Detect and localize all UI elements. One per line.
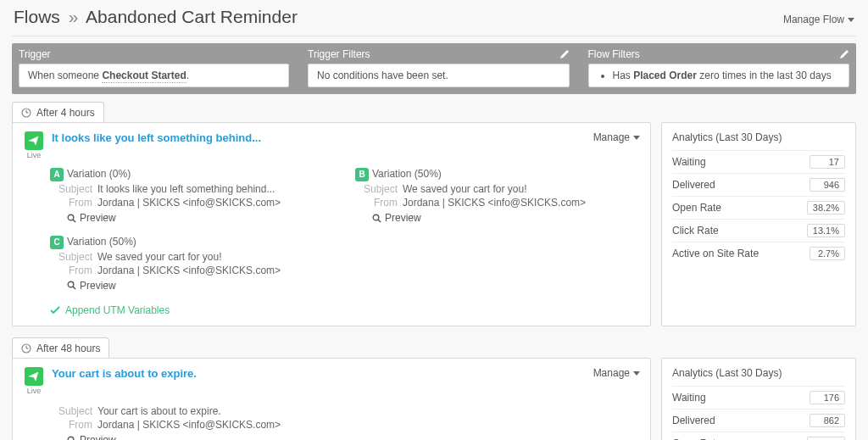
search-icon (67, 281, 76, 290)
variation-header: BVariation (50%) (355, 168, 635, 181)
breadcrumb-sep: » (65, 7, 82, 26)
analytics-label: Delivered (672, 415, 715, 426)
analytics-label: Open Rate (672, 202, 721, 214)
flow-filters-suffix: zero times in the last 30 days (697, 70, 832, 81)
from-value: Jordana | SKICKS <info@SKICKS.com> (97, 419, 281, 431)
flow-step: After 48 hours Live Your cart is about t… (12, 337, 856, 440)
analytics-card: Analytics (Last 30 Days) Waiting176Deliv… (661, 358, 856, 440)
preview-link[interactable]: Preview (67, 212, 116, 224)
svg-line-10 (73, 287, 75, 289)
svg-point-15 (68, 437, 74, 440)
analytics-value: 13.1% (807, 224, 845, 237)
preview-link[interactable]: Preview (372, 212, 421, 224)
subject-value: Your cart is about to expire. (97, 405, 221, 417)
caret-down-icon (633, 136, 640, 140)
from-value: Jordana | SKICKS <info@SKICKS.com> (97, 265, 281, 276)
flow-filters-event: Placed Order (633, 70, 697, 81)
delay-label: After 4 hours (36, 107, 95, 119)
breadcrumb-root[interactable]: Flows (14, 7, 60, 26)
variation: BVariation (50%) SubjectWe saved your ca… (355, 168, 635, 226)
from-label: From (50, 419, 92, 431)
from-value: Jordana | SKICKS <info@SKICKS.com> (403, 197, 586, 209)
search-icon (372, 214, 381, 223)
analytics-value: 946 (810, 178, 845, 192)
variation-badge: B (355, 168, 369, 181)
svg-marker-0 (848, 18, 854, 22)
analytics-label: Waiting (672, 156, 706, 168)
caret-down-icon (848, 18, 854, 22)
analytics-value: 38.2% (807, 201, 845, 214)
analytics-title: Analytics (Last 30 Days) (672, 367, 845, 379)
flow-filters-prefix: Has (613, 70, 634, 81)
subject-label: Subject (50, 183, 92, 195)
paper-plane-icon (25, 367, 43, 386)
check-icon (50, 306, 60, 315)
variations-container: AVariation (0%) SubjectIt looks like you… (50, 168, 640, 303)
analytics-row: Waiting176 (672, 386, 845, 409)
search-icon (67, 214, 76, 223)
clock-icon (21, 108, 31, 118)
email-card: Live Your cart is about to expire. Manag… (12, 358, 651, 440)
variation-header: AVariation (0%) (50, 168, 330, 181)
live-badge: Live (23, 367, 45, 395)
trigger-box[interactable]: When someone Checkout Started. (19, 64, 289, 87)
trigger-event: Checkout Started (102, 70, 186, 83)
trigger-label: Trigger (19, 48, 51, 60)
caret-down-icon (633, 371, 640, 376)
analytics-row: Delivered862 (672, 409, 845, 432)
flow-filters-box[interactable]: Has Placed Order zero times in the last … (588, 64, 850, 87)
analytics-row: Open Rate38.2% (672, 196, 845, 219)
preview-link[interactable]: Preview (67, 434, 116, 440)
variations-container: SubjectYour cart is about to expire. Fro… (50, 404, 640, 440)
page-title: Abandoned Cart Reminder (86, 7, 298, 26)
pencil-icon[interactable] (559, 49, 570, 59)
svg-point-9 (68, 281, 74, 287)
trigger-filters-text: No conditions have been set. (317, 70, 448, 81)
analytics-card: Analytics (Last 30 Days) Waiting17Delive… (661, 122, 856, 326)
analytics-row: Open Rate31.4% (672, 432, 845, 440)
analytics-title: Analytics (Last 30 Days) (672, 131, 845, 143)
svg-line-6 (73, 220, 75, 222)
from-label: From (355, 197, 398, 209)
paper-plane-icon (25, 131, 43, 150)
trigger-filters-column: Trigger Filters No conditions have been … (301, 43, 576, 94)
page-header: Flows » Abandoned Cart Reminder Manage F… (12, 7, 856, 36)
svg-marker-14 (633, 371, 640, 376)
flow-filters-column: Flow Filters Has Placed Order zero times… (581, 43, 857, 94)
append-utm: Append UTM Variables (50, 304, 170, 316)
analytics-label: Active on Site Rate (672, 248, 759, 259)
analytics-label: Delivered (672, 179, 715, 191)
subject-label: Subject (355, 183, 398, 195)
from-label: From (50, 197, 92, 209)
analytics-row: Click Rate13.1% (672, 219, 845, 242)
analytics-row: Waiting17 (672, 150, 845, 173)
delay-tab[interactable]: After 48 hours (12, 337, 109, 359)
variation-badge: A (50, 168, 64, 181)
trigger-bar: Trigger When someone Checkout Started. T… (12, 43, 856, 94)
email-title-link[interactable]: Your cart is about to expire. (52, 367, 197, 380)
email-title-link[interactable]: It looks like you left something behind.… (52, 131, 261, 144)
variation: AVariation (0%) SubjectIt looks like you… (50, 168, 330, 226)
subject-label: Subject (50, 405, 92, 417)
svg-marker-4 (633, 136, 640, 140)
manage-email-dropdown[interactable]: Manage (593, 131, 640, 143)
trigger-suffix: . (186, 70, 189, 81)
manage-flow-dropdown[interactable]: Manage Flow (783, 14, 854, 25)
svg-point-5 (68, 214, 74, 220)
delay-tab[interactable]: After 4 hours (12, 102, 104, 123)
pencil-icon[interactable] (839, 49, 849, 59)
trigger-filters-box[interactable]: No conditions have been set. (308, 64, 570, 87)
manage-flow-label: Manage Flow (783, 14, 844, 25)
analytics-value: 31.4% (807, 437, 845, 440)
delay-label: After 48 hours (36, 343, 100, 354)
analytics-row: Delivered946 (672, 173, 845, 196)
manage-email-dropdown[interactable]: Manage (593, 367, 640, 379)
preview-link[interactable]: Preview (67, 280, 116, 292)
from-label: From (50, 265, 92, 276)
from-value: Jordana | SKICKS <info@SKICKS.com> (97, 197, 281, 209)
breadcrumb: Flows » Abandoned Cart Reminder (14, 7, 298, 27)
analytics-row: Active on Site Rate2.7% (672, 242, 845, 265)
subject-label: Subject (50, 251, 92, 263)
subject-value: We saved your cart for you! (403, 183, 527, 195)
subject-value: We saved your cart for you! (97, 251, 222, 263)
